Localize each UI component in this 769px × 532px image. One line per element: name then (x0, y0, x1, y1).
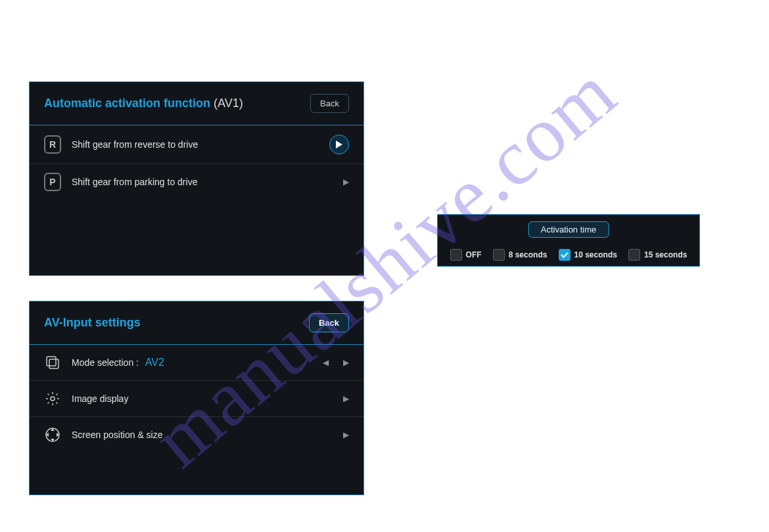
option-off[interactable]: OFF (450, 249, 482, 261)
play-icon[interactable] (329, 135, 349, 154)
checkbox-checked-icon (559, 249, 571, 261)
chevron-right-icon: ▶ (343, 177, 349, 187)
row-image-display[interactable]: Image display ▶ (30, 381, 363, 417)
option-8-seconds[interactable]: 8 seconds (493, 249, 548, 261)
svg-rect-2 (49, 359, 58, 368)
gear-r-icon: R (44, 136, 61, 153)
title-sub: (AV1) (214, 97, 243, 110)
mode-selection-value: AV2 (145, 357, 164, 368)
row-label: Image display (72, 393, 338, 404)
panel-title: Automatic activation function (AV1) (44, 97, 243, 110)
option-15-seconds[interactable]: 15 seconds (628, 249, 687, 261)
svg-rect-1 (47, 357, 56, 366)
row-label: Shift gear from parking to drive (72, 177, 338, 187)
svg-line-11 (57, 394, 58, 395)
av-input-settings-panel: AV-Input settings Back Mode selection : … (29, 301, 364, 495)
chevron-right-icon[interactable]: ▶ (343, 358, 349, 367)
move-arrows-icon (44, 426, 61, 443)
svg-point-3 (51, 397, 55, 401)
svg-marker-0 (336, 141, 342, 148)
back-button[interactable]: Back (309, 313, 349, 332)
row-label: Mode selection : AV2 (72, 357, 317, 368)
checkbox-icon (628, 249, 640, 261)
activation-time-panel: Activation time OFF 8 seconds 10 seconds… (437, 214, 700, 267)
row-screen-position-size[interactable]: Screen position & size ▶ (30, 417, 363, 453)
row-mode-selection[interactable]: Mode selection : AV2 ◀ ▶ (30, 345, 363, 381)
option-label: OFF (466, 250, 482, 259)
panel-header: AV-Input settings Back (30, 301, 363, 345)
svg-line-8 (48, 394, 49, 395)
option-label: 10 seconds (574, 250, 617, 259)
mode-selection-icon (44, 354, 61, 371)
row-reverse-to-drive[interactable]: R Shift gear from reverse to drive (30, 125, 363, 164)
chevron-right-icon: ▶ (343, 430, 349, 439)
option-10-seconds[interactable]: 10 seconds (559, 249, 617, 261)
back-button[interactable]: Back (310, 94, 349, 113)
svg-line-9 (57, 403, 58, 404)
option-label: 15 seconds (644, 250, 687, 259)
svg-line-10 (48, 403, 49, 404)
row-label: Screen position & size (72, 430, 338, 440)
option-label: 8 seconds (509, 250, 548, 259)
automatic-activation-panel: Automatic activation function (AV1) Back… (29, 81, 364, 276)
checkbox-icon (450, 249, 462, 261)
panel-header: Automatic activation function (AV1) Back (30, 82, 363, 125)
panel-title: AV-Input settings (44, 316, 141, 330)
brightness-icon (44, 390, 61, 407)
chevron-right-icon: ▶ (343, 394, 349, 403)
checkbox-icon (493, 249, 505, 261)
title-accent: Automatic activation function (44, 97, 210, 110)
title-accent: AV-Input settings (44, 316, 141, 329)
activation-time-options: OFF 8 seconds 10 seconds 15 seconds (438, 249, 699, 261)
row-parking-to-drive[interactable]: P Shift gear from parking to drive ▶ (30, 164, 363, 200)
row-label: Shift gear from reverse to drive (72, 139, 329, 150)
chevron-left-icon[interactable]: ◀ (323, 358, 329, 367)
gear-p-icon: P (44, 173, 61, 190)
activation-time-title: Activation time (528, 221, 609, 238)
